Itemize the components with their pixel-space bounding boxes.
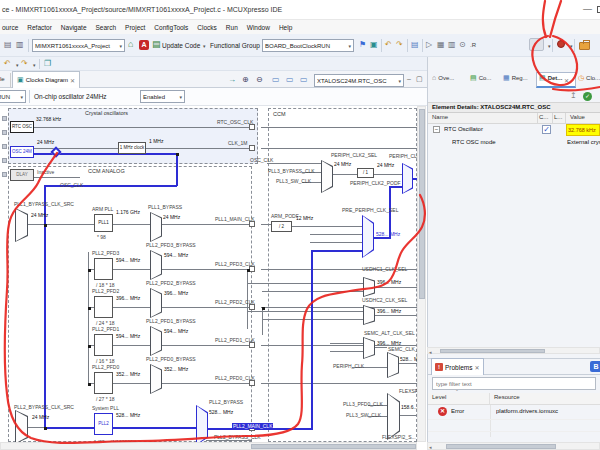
- tab-details[interactable]: ▤ Det...: [539, 74, 562, 82]
- fit-screen-icon[interactable]: ▭: [272, 75, 280, 85]
- diagram-handle[interactable]: [2, 158, 7, 163]
- maximize-view-icon[interactable]: ▢: [416, 74, 423, 84]
- menu-item-source[interactable]: ource: [2, 24, 18, 31]
- problems-col-resource[interactable]: Resource: [490, 393, 600, 405]
- pin-tool-icon[interactable]: [529, 38, 544, 51]
- close-icon[interactable]: ✕: [70, 77, 75, 84]
- diagram-box-rtc-osc[interactable]: RTC OSC: [10, 121, 34, 133]
- save-all-icon[interactable]: ▥: [16, 40, 24, 50]
- diagram-box-pll2-pfd2[interactable]: [94, 296, 113, 318]
- relaunch-icon[interactable]: .R: [470, 42, 476, 48]
- diagram-box-1mhz-clock[interactable]: 1 MHz clock: [118, 142, 146, 154]
- home-icon[interactable]: ⌂: [128, 39, 133, 49]
- step-icon[interactable]: ▷: [426, 40, 432, 50]
- diagram-vscrollbar[interactable]: [417, 106, 426, 442]
- diagram-handle[interactable]: [2, 130, 7, 135]
- pin-dropdown-icon[interactable]: ▾: [548, 43, 551, 49]
- tab-overview[interactable]: ⌂ Ove...: [432, 74, 454, 81]
- update-code-dropdown-icon[interactable]: ▾: [203, 43, 206, 49]
- tab-clocks-table-partial[interactable]: le: [0, 73, 11, 88]
- diagram-box-periph-clk2-podf[interactable]: / 1: [357, 168, 374, 178]
- fit-height-icon[interactable]: ▭: [300, 75, 308, 85]
- diagram-box-dlay[interactable]: DLAY: [10, 169, 34, 181]
- key-dropdown-icon[interactable]: ▾: [570, 43, 573, 49]
- element-select-combo[interactable]: XTALOSC24M.RTC_OSC▾: [314, 74, 404, 87]
- diagram-box-pll2-pfd1[interactable]: [94, 334, 113, 356]
- diagram-hscrollbar[interactable]: [0, 442, 417, 450]
- run-config-combo-partial[interactable]: RUN▾: [0, 90, 26, 103]
- diagram-box-pll2-pfd3[interactable]: [94, 258, 113, 280]
- save-icon[interactable]: ▤: [4, 40, 12, 50]
- menu-item-window[interactable]: Window: [247, 24, 270, 31]
- navigate-arrow-icon[interactable]: →: [228, 75, 236, 85]
- diagram-box-pll1[interactable]: PLL1: [94, 214, 113, 232]
- diagram-box-osc-24m[interactable]: OSC 24M: [10, 146, 34, 158]
- diagram-box-pll2-pfd0[interactable]: [94, 372, 113, 394]
- tab-clocks-consumers[interactable]: ◷ Clo...: [578, 74, 600, 82]
- menu-item-configtools[interactable]: ConfigTools: [154, 24, 188, 31]
- bookmark-icon[interactable]: ⚑: [359, 40, 366, 50]
- osc-state-combo[interactable]: Enabled▾: [140, 90, 185, 103]
- problems-col-level[interactable]: Level: [428, 393, 490, 405]
- menu-item-navigate[interactable]: Navigate: [61, 24, 87, 31]
- config-error-icon[interactable]: A: [139, 40, 149, 50]
- close-icon[interactable]: ✕: [474, 364, 479, 371]
- tab-clocks-diagram[interactable]: ▣ Clocks Diagram ✕: [12, 71, 80, 88]
- diagram-box-pll2[interactable]: PLL2: [94, 413, 113, 435]
- collapse-all-icon[interactable]: ↥: [570, 91, 577, 101]
- details-row1-name[interactable]: RTC Oscillator: [444, 126, 538, 132]
- details-row2-value[interactable]: External crystal: [567, 139, 600, 145]
- details-col-value[interactable]: Value: [566, 113, 600, 124]
- zoom-out-icon[interactable]: ⊖: [256, 75, 263, 85]
- new-window-icon[interactable]: ❐: [44, 59, 51, 69]
- diagram-handle[interactable]: [2, 172, 7, 177]
- menu-item-help[interactable]: Help: [279, 24, 292, 31]
- details-col-l[interactable]: L...: [553, 113, 566, 124]
- forward-dropdown-icon[interactable]: ▾: [33, 62, 36, 68]
- details-col-c[interactable]: C...: [538, 113, 553, 124]
- diagram-box-arm-podf[interactable]: / 2: [271, 221, 292, 232]
- diagram-handle[interactable]: [2, 144, 7, 149]
- details-row2-name[interactable]: RTC OSC mode: [452, 139, 538, 145]
- details-row1-value[interactable]: 32.768 kHz: [566, 124, 600, 136]
- back-icon[interactable]: ↶: [4, 59, 11, 69]
- clocks-diagram-canvas[interactable]: Crystal oscillatorsCCM ANALOGCCMRTC OSCO…: [0, 106, 417, 442]
- tab-problems[interactable]: ! Problems ✕: [431, 358, 484, 375]
- expander-icon[interactable]: −: [433, 126, 440, 133]
- menu-item-project[interactable]: Project: [125, 24, 145, 31]
- terminal-icon[interactable]: ▤: [411, 40, 419, 50]
- console-icon[interactable]: ▣: [370, 40, 378, 50]
- minimize-view-icon[interactable]: ‒: [407, 74, 411, 84]
- tab-registers[interactable]: ▦ Reg...: [503, 74, 528, 82]
- zoom-in-icon[interactable]: ⊕: [242, 75, 249, 85]
- forward-icon[interactable]: ↷: [21, 59, 28, 69]
- details-col-name[interactable]: Name: [428, 113, 538, 124]
- menu-item-clocks[interactable]: Clocks: [197, 24, 217, 31]
- diagram-port[interactable]: [249, 145, 255, 151]
- copy-icon[interactable]: ▥: [448, 40, 456, 50]
- suspend-icon[interactable]: ▦: [437, 40, 445, 50]
- apply-check-icon[interactable]: ✓: [583, 92, 592, 101]
- menu-item-run[interactable]: Run: [226, 24, 238, 31]
- problems-hscrollbar[interactable]: ◂: [427, 442, 600, 450]
- details-hscrollbar[interactable]: ◂: [427, 347, 600, 354]
- project-combo[interactable]: MIMXRT1061xxxxA_Project▾: [32, 39, 125, 52]
- undo-icon[interactable]: ↶: [385, 40, 392, 50]
- problems-row-resource[interactable]: platform.drivers.iomuxc: [496, 408, 598, 414]
- tab-code[interactable]: ▤ Co...: [470, 74, 491, 82]
- close-icon[interactable]: ✕: [564, 77, 569, 84]
- problems-row-level[interactable]: Error: [451, 408, 489, 414]
- minimize-button[interactable]: —: [583, 4, 592, 14]
- partial-toolbar-icon[interactable]: B: [590, 361, 600, 372]
- diagram-handle[interactable]: [2, 116, 7, 121]
- update-code-icon[interactable]: ▤: [152, 39, 161, 49]
- back-dropdown-icon[interactable]: ▾: [16, 62, 19, 68]
- key-icon[interactable]: [557, 40, 565, 48]
- update-code-label[interactable]: Update Code: [162, 42, 200, 49]
- record-icon[interactable]: ⊙: [459, 40, 466, 50]
- open-perspective-icon[interactable]: [579, 42, 590, 50]
- fit-width-icon[interactable]: ▭: [286, 75, 294, 85]
- rtc-osc-checkbox[interactable]: ✓: [542, 125, 551, 134]
- redo-icon[interactable]: ↷: [396, 40, 403, 50]
- menu-item-refactor[interactable]: Refactor: [27, 24, 52, 31]
